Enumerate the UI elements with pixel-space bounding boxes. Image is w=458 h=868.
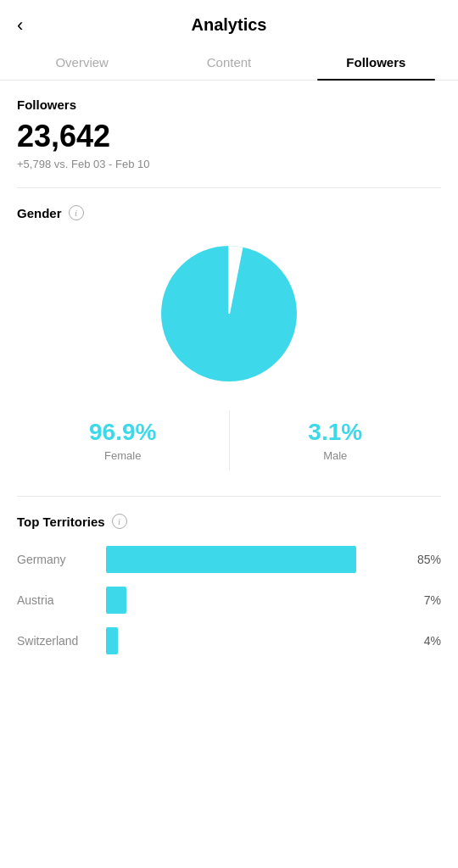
pie-chart-svg (153, 237, 305, 390)
territory-name: Germany (17, 553, 98, 566)
territories-title: Top Territories (17, 515, 105, 529)
gender-stats: 96.9% Female 3.1% Male (17, 410, 441, 470)
gender-title: Gender (17, 206, 62, 220)
territory-percentage: 7% (409, 593, 441, 607)
territory-list: Germany 85% Austria 7% Switzerland 4% (17, 546, 441, 654)
male-percentage: 3.1% (230, 419, 442, 446)
section-divider-2 (17, 496, 441, 497)
territory-percentage: 85% (409, 553, 441, 566)
territories-info-icon[interactable]: i (112, 514, 127, 529)
male-label: Male (230, 449, 442, 462)
male-stat: 3.1% Male (230, 410, 442, 470)
gender-section: Gender i 96.9% Female (17, 205, 441, 470)
tab-content[interactable]: Content (155, 43, 302, 80)
back-button[interactable]: ‹ (17, 14, 23, 36)
female-stat: 96.9% Female (17, 410, 230, 470)
main-content: Followers 23,642 +5,798 vs. Feb 03 - Feb… (0, 81, 458, 654)
tab-overview[interactable]: Overview (8, 43, 155, 80)
territories-section: Top Territories i Germany 85% Austria 7%… (17, 514, 441, 654)
followers-change: +5,798 vs. Feb 03 - Feb 10 (17, 158, 441, 170)
territory-bar (106, 546, 356, 573)
territory-bar (106, 627, 118, 654)
territory-row: Switzerland 4% (17, 627, 441, 654)
territory-row: Austria 7% (17, 587, 441, 614)
territory-bar-container (106, 546, 400, 573)
territory-row: Germany 85% (17, 546, 441, 573)
header: ‹ Analytics (0, 0, 458, 43)
territory-bar-container (106, 587, 400, 614)
followers-label: Followers (17, 97, 441, 112)
gender-chart (17, 237, 441, 390)
territory-percentage: 4% (409, 634, 441, 648)
female-percentage: 96.9% (17, 419, 229, 446)
territory-bar-container (106, 627, 400, 654)
territory-name: Austria (17, 593, 98, 607)
tab-bar: Overview Content Followers (0, 43, 458, 81)
followers-section: Followers 23,642 +5,798 vs. Feb 03 - Feb… (17, 97, 441, 170)
territories-header: Top Territories i (17, 514, 441, 529)
section-divider (17, 187, 441, 188)
followers-count: 23,642 (17, 119, 441, 154)
gender-header: Gender i (17, 205, 441, 220)
page-title: Analytics (192, 15, 267, 35)
gender-info-icon[interactable]: i (69, 205, 84, 220)
territory-bar (106, 587, 126, 614)
tab-followers[interactable]: Followers (303, 43, 450, 80)
female-label: Female (17, 449, 229, 462)
territory-name: Switzerland (17, 634, 98, 648)
